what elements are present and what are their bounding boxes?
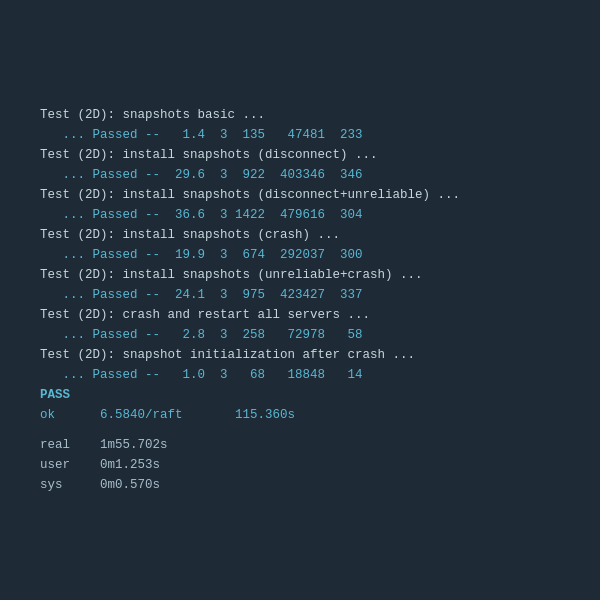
line14: ... Passed -- 1.0 3 68 18848 14 <box>40 365 560 385</box>
line19: user 0m1.253s <box>40 455 560 475</box>
line5: Test (2D): install snapshots (disconnect… <box>40 185 560 205</box>
empty-line <box>40 425 560 435</box>
line2: ... Passed -- 1.4 3 135 47481 233 <box>40 125 560 145</box>
line12: ... Passed -- 2.8 3 258 72978 58 <box>40 325 560 345</box>
line9: Test (2D): install snapshots (unreliable… <box>40 265 560 285</box>
line13: Test (2D): snapshot initialization after… <box>40 345 560 365</box>
line20: sys 0m0.570s <box>40 475 560 495</box>
line16: ok 6.5840/raft 115.360s <box>40 405 560 425</box>
line6: ... Passed -- 36.6 3 1422 479616 304 <box>40 205 560 225</box>
terminal-output: Test (2D): snapshots basic ... ... Passe… <box>20 85 580 515</box>
line7: Test (2D): install snapshots (crash) ... <box>40 225 560 245</box>
line11: Test (2D): crash and restart all servers… <box>40 305 560 325</box>
line8: ... Passed -- 19.9 3 674 292037 300 <box>40 245 560 265</box>
line10: ... Passed -- 24.1 3 975 423427 337 <box>40 285 560 305</box>
line3: Test (2D): install snapshots (disconnect… <box>40 145 560 165</box>
line1: Test (2D): snapshots basic ... <box>40 105 560 125</box>
line15: PASS <box>40 385 560 405</box>
line4: ... Passed -- 29.6 3 922 403346 346 <box>40 165 560 185</box>
line18: real 1m55.702s <box>40 435 560 455</box>
